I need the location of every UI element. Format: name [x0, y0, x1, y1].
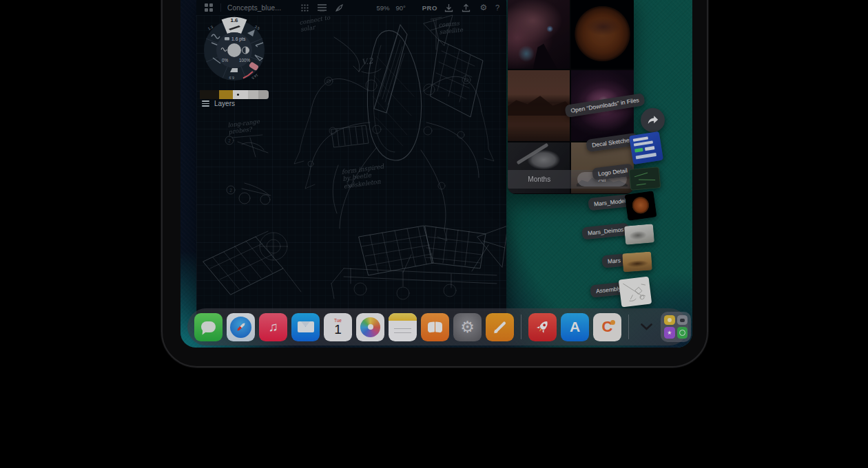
dock: ♫ Tue 1 ⚙ A C [187, 308, 688, 345]
photos-flower-icon [360, 317, 380, 337]
calendar-day: 1 [334, 323, 342, 337]
drag-item-label[interactable]: Logo Detail [592, 163, 634, 180]
appstore-a-icon: A [570, 319, 580, 335]
notes-lines-icon [394, 328, 411, 330]
dock-app-sketch-pen[interactable] [486, 313, 514, 341]
books-open-book-icon [428, 322, 442, 332]
dock-app-calendar[interactable]: Tue 1 [324, 313, 352, 341]
mail-envelope-icon [298, 321, 314, 332]
messages-bubble-icon [201, 321, 216, 332]
dock-app-settings[interactable]: ⚙ [453, 313, 482, 341]
dock-app-music[interactable]: ♫ [259, 313, 287, 341]
settings-gear-glyph: ⚙ [460, 318, 475, 337]
dock-chevron-button[interactable] [636, 313, 657, 341]
drag-thumb-grayscale-terrain[interactable] [624, 224, 654, 245]
dock-divider [628, 315, 629, 339]
library-tile-star: ★ [664, 327, 675, 339]
drag-thumb-blue-decal-sheet[interactable] [629, 131, 663, 164]
forward-share-button[interactable] [641, 108, 665, 132]
dock-app-app-store[interactable]: A [561, 313, 589, 341]
pen-glyph-icon [494, 321, 506, 333]
drag-thumb-mars-sphere[interactable] [625, 191, 657, 220]
drag-thumb-green-logo-sketch[interactable] [629, 167, 661, 191]
rocket-icon [531, 315, 555, 339]
dock-app-mail[interactable] [291, 313, 320, 341]
dock-app-books[interactable] [421, 313, 449, 341]
dock-app-creative-c[interactable]: C [593, 313, 621, 341]
chevron-down-icon [641, 323, 652, 330]
dock-app-messages[interactable] [194, 313, 223, 341]
forward-arrow-icon [647, 115, 659, 125]
dock-app-photos[interactable] [356, 313, 384, 341]
dock-app-notes[interactable] [389, 313, 417, 341]
drag-item-label[interactable]: Mars_Deimos [581, 222, 630, 240]
dock-divider [521, 315, 521, 339]
music-note-icon: ♫ [268, 319, 278, 334]
drop-hint-label[interactable]: Open “Downloads” in Files [564, 93, 645, 118]
drag-thumb-tan-terrain[interactable] [622, 252, 652, 273]
dock-app-safari[interactable] [227, 313, 255, 341]
library-tile-yellow [664, 315, 675, 325]
stage: Concepts_blue... 59% 90° PRO [0, 0, 868, 468]
library-tile-camera [677, 315, 688, 325]
library-tile-clock [677, 327, 688, 339]
drag-drop-layer: Open “Downloads” in Files Decal Sketches… [180, 0, 692, 348]
dock-app-rocket[interactable] [528, 313, 557, 341]
dock-app-library[interactable]: ★ [661, 312, 691, 342]
safari-compass-icon [230, 317, 251, 338]
ipad-screen: Concepts_blue... 59% 90° PRO [180, 0, 692, 348]
c-app-icon: C [602, 318, 613, 336]
drag-thumb-pencil-sketch[interactable] [619, 276, 652, 307]
